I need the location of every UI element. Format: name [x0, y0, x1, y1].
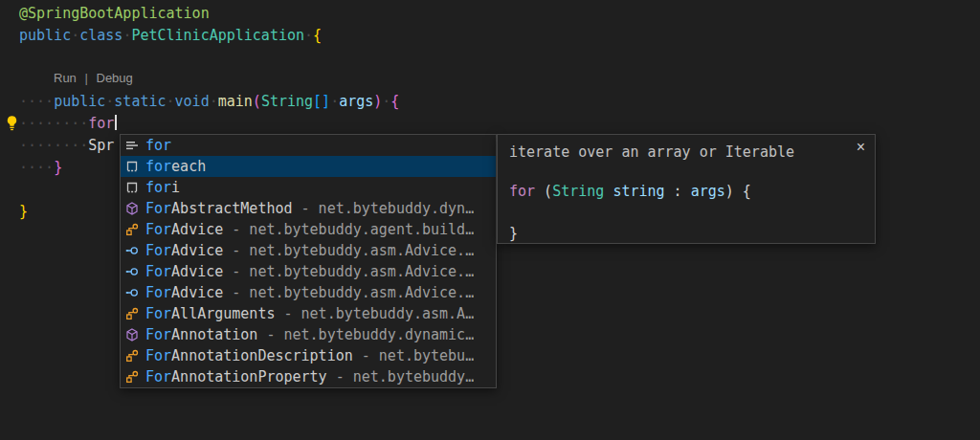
code-token-var: string: [612, 183, 664, 200]
suggestion-item[interactable]: ForAdvice - net.bytebuddy.asm.Advice.…: [121, 282, 496, 303]
suggestion-doc-code: for (String string : args) { }: [509, 181, 863, 244]
code-token-ws: ········: [19, 115, 88, 132]
suggestion-match-text: for: [145, 179, 171, 196]
suggestion-detail-text: - net.bytebuddy.agent.build…: [223, 221, 474, 238]
suggestion-detail-text: - net.bytebu…: [353, 347, 474, 364]
codelens-run-link[interactable]: Run: [54, 71, 77, 85]
codelens-separator: |: [84, 71, 87, 85]
suggestion-detail-text: - net.bytebuddy.dynamic…: [257, 326, 474, 343]
suggestion-match-text: For: [145, 368, 171, 385]
code-line: }: [19, 202, 28, 222]
suggestion-label: ForAllArguments - net.bytebuddy.asm.A…: [145, 305, 474, 322]
text-cursor: [115, 115, 117, 130]
code-line: ····public·static·void·main(String[]·arg…: [19, 92, 399, 112]
code-token-punc: ) {: [725, 183, 751, 200]
symbol-interface-icon: [124, 285, 142, 300]
code-token-b1: {: [313, 27, 322, 44]
suggestion-item[interactable]: fori: [121, 177, 496, 198]
suggestion-rest-text: AbstractMethod: [171, 200, 292, 217]
symbol-method-icon: [124, 201, 142, 216]
suggestion-rest-text: i: [171, 179, 180, 196]
suggestion-rest-text: AnnotationProperty: [171, 368, 327, 385]
suggestion-rest-text: Advice: [171, 221, 223, 238]
suggestion-item[interactable]: ForAdvice - net.bytebuddy.asm.Advice.…: [121, 261, 496, 282]
codelens: Run | Debug: [54, 71, 133, 85]
code-line: @SpringBootApplication: [19, 4, 210, 24]
code-line: ········Spr: [19, 136, 114, 156]
suggestion-item[interactable]: ForAdvice - net.bytebuddy.asm.Advice.…: [121, 240, 496, 261]
code-token-ws: ·: [330, 93, 339, 110]
symbol-snippet-icon: [124, 180, 142, 195]
suggestion-match-text: For: [145, 347, 171, 364]
suggest-widget: forforeachforiForAbstractMethod - net.by…: [120, 134, 497, 388]
symbol-interface-icon: [124, 243, 142, 258]
codelens-debug-link[interactable]: Debug: [97, 71, 133, 85]
code-token-kw: public: [54, 93, 105, 110]
code-token-b3: []: [313, 93, 330, 110]
suggestion-detail-text: - net.bytebuddy…: [327, 368, 475, 385]
code-token-ws: ·: [105, 93, 114, 110]
suggestion-item[interactable]: ForAnnotationDescription - net.bytebu…: [121, 345, 496, 366]
suggestion-label: ForAdvice - net.bytebuddy.asm.Advice.…: [145, 284, 474, 301]
suggestion-label: foreach: [145, 158, 206, 175]
suggestion-item[interactable]: ForAbstractMethod - net.bytebuddy.dyn…: [121, 198, 496, 219]
code-token-ws: ····: [19, 159, 54, 176]
suggestion-match-text: For: [145, 305, 171, 322]
code-token-type: String: [552, 183, 604, 200]
code-token-kw: class: [79, 27, 122, 44]
suggestion-label: fori: [145, 179, 180, 196]
suggestion-item[interactable]: for: [121, 135, 496, 156]
suggestion-match-text: For: [145, 326, 171, 343]
code-token-ws: ·: [304, 27, 313, 44]
suggestion-label: ForAdvice - net.bytebuddy.agent.build…: [145, 221, 474, 238]
suggestion-rest-text: Annotation: [171, 326, 257, 343]
code-token-ws: ·: [382, 93, 390, 110]
code-token-type: String: [261, 93, 313, 110]
symbol-class-icon: [124, 369, 142, 385]
suggestion-rest-text: Advice: [171, 242, 223, 259]
code-token-punc: (: [535, 183, 552, 200]
symbol-keyword-icon: [124, 138, 142, 153]
lightbulb-icon[interactable]: [4, 115, 20, 131]
symbol-method-icon: [124, 327, 142, 342]
suggestion-label: for: [145, 137, 171, 154]
code-token-text: Spr: [88, 137, 114, 154]
suggestion-match-text: for: [145, 158, 171, 175]
code-token-ann: @SpringBootApplication: [19, 5, 210, 22]
code-editor[interactable]: @SpringBootApplicationpublic·class·PetCl…: [0, 0, 980, 440]
code-line: ········for: [19, 114, 117, 134]
code-line: public·class·PetClinicApplication·{: [19, 26, 322, 46]
code-token-kw: public: [19, 27, 71, 44]
suggestion-detail-text: - net.bytebuddy.asm.Advice.…: [223, 284, 474, 301]
suggestion-rest-text: each: [171, 158, 206, 175]
suggestion-item[interactable]: ForAnnotationProperty - net.bytebuddy…: [121, 366, 496, 387]
code-token-ctrl: for: [88, 115, 114, 132]
suggestion-item[interactable]: ForAllArguments - net.bytebuddy.asm.A…: [121, 303, 496, 324]
suggestion-label: ForAdvice - net.bytebuddy.asm.Advice.…: [145, 242, 474, 259]
doc-code-line: }: [509, 223, 863, 244]
suggestion-item[interactable]: ForAnnotation - net.bytebuddy.dynamic…: [121, 324, 496, 345]
code-token-b2: (: [253, 93, 261, 110]
symbol-class-icon: [124, 348, 142, 363]
code-token-punc: :: [665, 183, 691, 200]
suggestion-label: ForAnnotationProperty - net.bytebuddy…: [145, 368, 474, 385]
suggestion-label: ForAnnotation - net.bytebuddy.dynamic…: [145, 326, 474, 343]
suggestion-detail-text: - net.bytebuddy.asm.Advice.…: [223, 263, 474, 280]
code-token-b2: }: [54, 159, 62, 176]
suggestion-match-text: For: [145, 200, 171, 217]
suggestion-match-text: For: [145, 242, 171, 259]
suggestion-doc-summary: iterate over an array or Iterable: [509, 143, 794, 162]
suggestion-match-text: for: [145, 137, 171, 154]
code-token-ws: ·: [167, 93, 175, 110]
code-token-ws: ····: [19, 93, 54, 110]
code-token-var: args: [691, 183, 725, 200]
code-token-var: args: [339, 93, 373, 110]
close-icon[interactable]: ×: [857, 139, 865, 156]
suggestion-item[interactable]: ForAdvice - net.bytebuddy.agent.build…: [121, 219, 496, 240]
code-token-ws: ········: [19, 137, 88, 154]
suggestion-rest-text: AllArguments: [171, 305, 275, 322]
symbol-class-icon: [124, 306, 142, 321]
suggestion-item[interactable]: foreach: [121, 156, 496, 177]
code-token-b2: {: [390, 93, 399, 110]
code-token-kw: static: [114, 93, 166, 110]
